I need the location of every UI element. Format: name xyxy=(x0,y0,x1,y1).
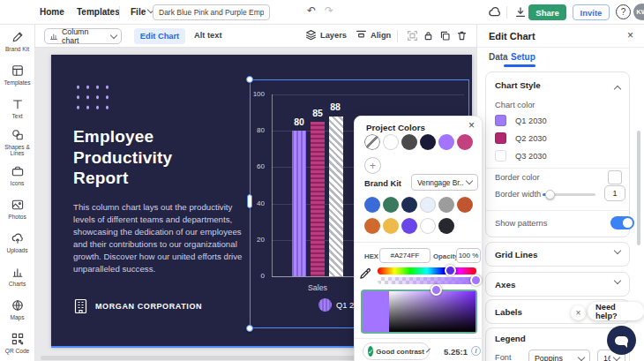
chart-style-card: Chart Style Chart color Q1 2030 Q2 2030 … xyxy=(485,71,630,237)
share-button[interactable]: Share xyxy=(528,4,566,20)
help-icon[interactable]: ? xyxy=(616,4,631,19)
border-width-slider-thumb[interactable] xyxy=(545,190,555,199)
chevron-up-icon[interactable] xyxy=(614,86,621,93)
selection-handle-top-left[interactable] xyxy=(246,76,253,83)
show-patterns-toggle[interactable] xyxy=(610,216,634,229)
brand-swatch-green[interactable] xyxy=(383,197,399,213)
contrast-badge[interactable]: ✓ Good contrast xyxy=(363,342,430,360)
chat-icon xyxy=(615,336,628,345)
chat-widget-button[interactable] xyxy=(607,326,636,355)
alt-text-button[interactable]: Alt text xyxy=(194,31,222,40)
sidebar-item-shapes-lines[interactable]: Shapes & Lines xyxy=(0,125,34,159)
axes-header: Axes xyxy=(495,280,515,290)
sidebar-item-uploads[interactable]: Uploads xyxy=(0,226,34,259)
color-picker-thumb[interactable] xyxy=(431,284,442,296)
redo-icon[interactable]: ↷ xyxy=(325,4,333,17)
eyedropper-icon[interactable] xyxy=(359,267,372,280)
series-color-q2[interactable]: Q2 2030 xyxy=(495,132,547,144)
chart-style-header[interactable]: Chart Style xyxy=(495,80,541,90)
info-icon[interactable]: i xyxy=(471,346,481,356)
frame-icon[interactable] xyxy=(407,30,418,41)
swatch-pink[interactable] xyxy=(457,134,473,150)
avatar[interactable]: KW xyxy=(633,4,644,20)
series-swatch[interactable] xyxy=(495,115,506,126)
nav-templates[interactable]: Templates xyxy=(77,7,120,17)
add-color-button[interactable]: + xyxy=(364,157,381,174)
brand-kit-value: Venngage Br... xyxy=(417,178,464,187)
series-swatch[interactable] xyxy=(495,150,506,162)
chart-type-select[interactable]: Column chart xyxy=(44,28,122,44)
brand-swatch-light-blue[interactable] xyxy=(420,197,436,213)
brand-name: MORGAN CORPORATION xyxy=(95,302,202,311)
swatch-purple[interactable] xyxy=(438,134,454,150)
sidebar-item-text[interactable]: Text xyxy=(0,92,34,125)
grid-lines-card[interactable]: Grid Lines xyxy=(485,242,630,267)
panel-scrollbar[interactable] xyxy=(637,131,640,245)
popup-title: Project Colors xyxy=(366,123,425,132)
sidebar-item-photos[interactable]: Photos xyxy=(0,192,34,226)
title-line: Employee xyxy=(73,126,172,147)
sidebar-item-templates[interactable]: Templates xyxy=(0,58,34,92)
sidebar-item-maps[interactable]: Maps xyxy=(0,293,34,327)
border-color-swatch[interactable] xyxy=(608,170,622,184)
canvas-title[interactable]: Employee Productivity Report xyxy=(73,126,172,189)
invite-button[interactable]: Invite xyxy=(573,4,610,20)
sidebar-item-icons[interactable]: Icons xyxy=(0,159,34,192)
close-icon[interactable]: × xyxy=(627,29,633,41)
opacity-input[interactable] xyxy=(456,248,481,263)
hue-slider-thumb[interactable] xyxy=(445,265,456,276)
border-width-input[interactable] xyxy=(604,185,625,201)
brand-swatch-gray[interactable] xyxy=(438,197,454,213)
align-button[interactable]: Align xyxy=(356,29,391,41)
series-color-q1[interactable]: Q1 2030 xyxy=(495,115,547,126)
selection-handle-bottom-left[interactable] xyxy=(246,325,253,332)
need-help-tooltip[interactable]: Need help? xyxy=(588,302,644,320)
brand-kit-select[interactable]: Venngage Br... xyxy=(411,174,478,191)
brand-swatch-orange[interactable] xyxy=(364,218,380,234)
cloud-sync-icon[interactable] xyxy=(488,6,501,18)
duplicate-icon[interactable] xyxy=(439,30,451,41)
brand-swatch-navy[interactable] xyxy=(401,197,417,213)
series-color-q3[interactable]: Q3 2030 xyxy=(495,150,547,162)
hex-input[interactable] xyxy=(379,248,431,263)
sidebar-item-brand-kit[interactable]: Brand Kit xyxy=(0,25,34,58)
dismiss-help-icon[interactable]: × xyxy=(571,305,586,320)
nav-home[interactable]: Home xyxy=(40,7,64,17)
canvas-paragraph[interactable]: This column chart lays out the productiv… xyxy=(73,201,250,275)
globe-icon xyxy=(11,298,25,312)
axes-card[interactable]: Axes xyxy=(485,272,630,297)
download-icon[interactable] xyxy=(514,6,527,19)
delete-icon[interactable] xyxy=(456,30,468,41)
opacity-slider-thumb[interactable] xyxy=(470,275,482,286)
lock-icon[interactable] xyxy=(423,30,434,41)
document-title-input[interactable] xyxy=(153,4,270,20)
font-family-select[interactable]: Poppins xyxy=(528,350,590,361)
series-swatch[interactable] xyxy=(495,132,506,144)
swatch-white[interactable] xyxy=(383,134,399,150)
saturation-brightness-picker[interactable] xyxy=(361,290,477,334)
brand-swatch-charcoal[interactable] xyxy=(438,218,454,234)
brand-swatch-rust[interactable] xyxy=(457,197,473,213)
tab-setup[interactable]: Setup xyxy=(511,52,535,62)
brand-swatch-yellow[interactable] xyxy=(383,218,399,234)
brand-swatch-white[interactable] xyxy=(420,218,436,234)
swatch-none[interactable] xyxy=(364,134,380,150)
file-menu[interactable]: File xyxy=(131,7,146,17)
opacity-slider[interactable] xyxy=(378,277,476,284)
swatch-dark-gray[interactable] xyxy=(401,134,417,150)
brand-swatch-blue[interactable] xyxy=(364,197,380,213)
undo-icon[interactable]: ↶ xyxy=(307,4,316,17)
selection-handle-mid-left[interactable] xyxy=(247,194,252,208)
legend-header: Legend xyxy=(495,334,526,343)
sidebar-item-qr-code[interactable]: QR Code xyxy=(0,327,34,360)
tab-data[interactable]: Data xyxy=(489,52,508,62)
brand-swatch-violet[interactable] xyxy=(401,218,417,234)
hue-slider[interactable] xyxy=(378,267,476,275)
close-icon[interactable]: × xyxy=(468,119,475,132)
swatch-navy[interactable] xyxy=(420,134,436,150)
edit-chart-button[interactable]: Edit Chart xyxy=(134,28,185,44)
layers-button[interactable]: Layers xyxy=(305,29,347,41)
briefcase-icon xyxy=(11,164,25,178)
sidebar-item-charts[interactable]: Charts xyxy=(0,259,34,293)
brand-logo[interactable]: MORGAN CORPORATION xyxy=(73,298,202,314)
